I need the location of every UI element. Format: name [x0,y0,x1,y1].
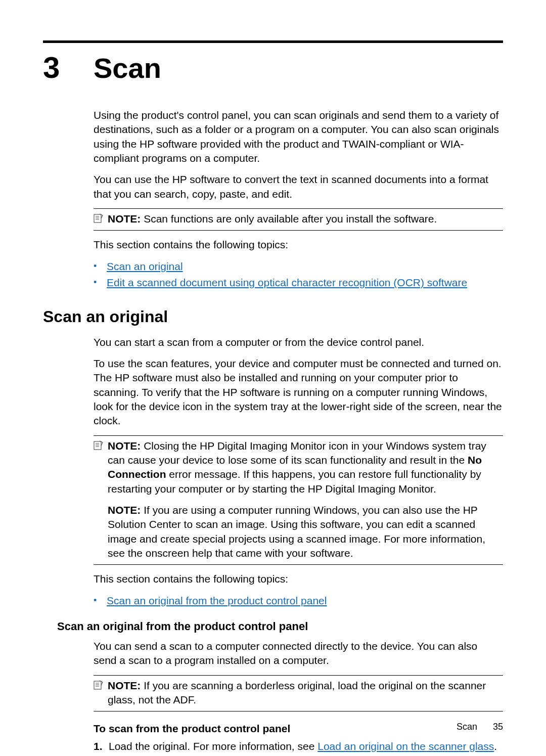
note-icon [94,679,108,693]
note-box-3: NOTE: If you are scanning a borderless o… [94,675,503,712]
procedure-step-1: 1. Load the original. For more informati… [94,739,503,753]
chapter-header: 3 Scan [43,47,503,88]
footer-page-number: 35 [493,722,503,732]
topics-lead-in: This section contains the following topi… [94,238,503,252]
step-1-body: Load the original. For more information,… [109,739,497,753]
note-3-body: If you are scanning a borderless origina… [108,680,486,705]
step-number: 1. [94,739,109,753]
topic-link-scan-original[interactable]: Scan an original [107,259,183,274]
intro-paragraph-2: You can use the HP software to convert t… [94,172,503,201]
svg-rect-4 [94,441,101,450]
section1-p1: You can start a scan from a computer or … [94,335,503,349]
note-2b-label: NOTE: [108,504,141,516]
procedure-heading: To scan from the product control panel [94,722,503,736]
note-1-body: Scan functions are only available after … [141,213,437,225]
note-2a-label: NOTE: [108,440,141,452]
note-3-label: NOTE: [108,680,141,691]
note-icon [94,212,108,226]
bullet-icon: • [94,594,107,607]
section1-topics-lead: This section contains the following topi… [94,572,503,586]
chapter-number: 3 [43,47,94,88]
link-load-original[interactable]: Load an original on the scanner glass [317,740,494,752]
note-icon [94,439,108,453]
note-2b-body: If you are using a computer running Wind… [108,504,485,559]
topics-list-item: • Scan an original from the product cont… [94,594,503,608]
note-2a-text: NOTE: Closing the HP Digital Imaging Mon… [108,439,503,496]
note-box-1: NOTE: Scan functions are only available … [94,208,503,231]
section1-topics-list: • Scan an original from the product cont… [94,594,503,608]
svg-rect-0 [94,214,101,223]
topics-list-item: • Edit a scanned document using optical … [94,276,503,290]
topic-link-control-panel[interactable]: Scan an original from the product contro… [107,594,327,608]
topic-link-ocr[interactable]: Edit a scanned document using optical ch… [107,276,467,290]
note-3-text: NOTE: If you are scanning a borderless o… [108,679,503,707]
note-icon-spacer [94,503,108,504]
chapter-title: Scan [94,49,161,87]
topics-list: • Scan an original • Edit a scanned docu… [94,259,503,290]
step1-before: Load the original. For more information,… [109,740,317,752]
procedure-list: 1. Load the original. For more informati… [94,739,503,756]
note-1-text: NOTE: Scan functions are only available … [108,212,503,226]
bullet-icon: • [94,259,107,273]
note-box-2: NOTE: Closing the HP Digital Imaging Mon… [94,435,503,565]
topics-list-item: • Scan an original [94,259,503,274]
page-footer: Scan 35 [457,721,503,733]
svg-rect-8 [94,681,101,689]
note-2a-before: Closing the HP Digital Imaging Monitor i… [108,440,486,466]
section1-p2: To use the scan features, your device an… [94,357,503,428]
subsection1-p1: You can send a scan to a computer connec… [94,639,503,668]
bullet-icon: • [94,276,107,289]
note-1-label: NOTE: [108,213,141,225]
subsection-heading-control-panel: Scan an original from the product contro… [57,619,503,634]
note-2b-text: NOTE: If you are using a computer runnin… [108,503,503,560]
step1-after: . [494,740,497,752]
chapter-top-rule [43,40,503,43]
section-heading-scan-original: Scan an original [43,306,503,328]
intro-paragraph-1: Using the product's control panel, you c… [94,108,503,165]
footer-section-label: Scan [457,722,477,732]
